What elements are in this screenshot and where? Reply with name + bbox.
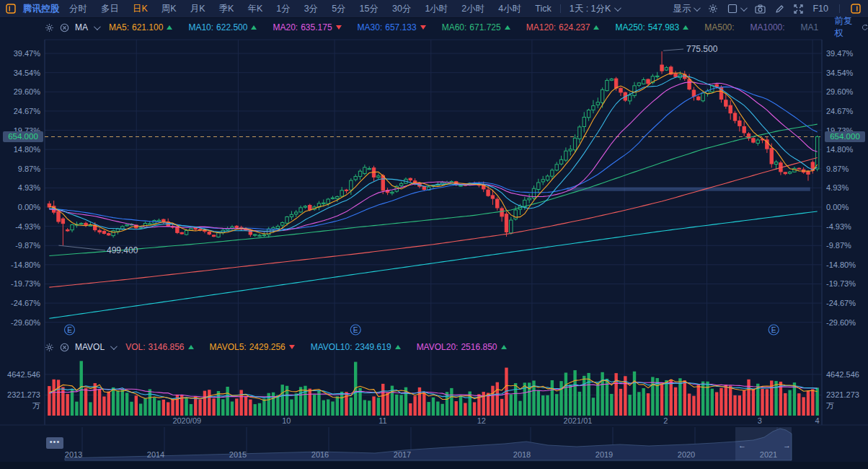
indicator-value: 657.133 xyxy=(385,22,416,32)
navigator-more-button[interactable]: ••• xyxy=(46,437,63,449)
y-axis-label-right: -9.87% xyxy=(826,241,851,250)
vol-axis-label-left: 4642.546 xyxy=(0,370,40,379)
candlestick-chart-canvas[interactable]: EEE xyxy=(0,0,868,469)
up-arrow-icon xyxy=(683,25,688,30)
vol-unit-left: 万 xyxy=(0,401,40,410)
month-label: 2020/09 xyxy=(172,416,201,425)
panel-toggle-icon[interactable] xyxy=(851,4,861,14)
y-axis-label-right: -14.80% xyxy=(826,260,856,269)
down-arrow-icon xyxy=(289,345,295,349)
tab-1分[interactable]: 1分 xyxy=(276,3,290,15)
indicator-ma5[interactable]: MA5:621.100 xyxy=(109,22,172,32)
ma-panel-name[interactable]: MA xyxy=(75,22,88,32)
up-arrow-icon xyxy=(251,25,257,30)
y-axis-label-right: 4.93% xyxy=(826,183,849,192)
navigator-left-handle[interactable]: ← xyxy=(738,441,746,450)
chevron-down-icon[interactable] xyxy=(94,23,101,30)
year-label: 2021 xyxy=(760,450,777,459)
month-label: 4 xyxy=(815,416,819,425)
indicator-ma60[interactable]: MA60:671.725 xyxy=(442,22,510,32)
chevron-down-icon[interactable] xyxy=(110,343,118,350)
vol-panel-name[interactable]: MAVOL xyxy=(75,342,105,352)
vol-axis-label-right: 4642.546 xyxy=(826,370,859,379)
toolbar-right-group: 显示 F10 xyxy=(673,3,868,15)
screenshot-camera-icon[interactable] xyxy=(755,4,766,14)
sidebar-toggle-icon[interactable] xyxy=(6,4,16,14)
toolbar-separator xyxy=(839,4,840,13)
display-dropdown[interactable]: 显示 xyxy=(673,3,699,15)
y-axis-label-left: 34.54% xyxy=(0,69,40,77)
tab-周K[interactable]: 周K xyxy=(161,3,177,15)
chart-type-dropdown[interactable] xyxy=(727,4,745,14)
indicator-close-icon[interactable] xyxy=(60,23,69,32)
indicator-mavol5[interactable]: MAVOL5:2429.256 xyxy=(210,342,295,352)
indicator-settings-gear-icon[interactable] xyxy=(45,343,54,352)
settings-gear-icon[interactable] xyxy=(708,4,718,14)
period-combo-dropdown[interactable]: 1天 : 1分K xyxy=(570,3,620,15)
year-label: 2020 xyxy=(678,450,695,459)
indicator-value: 2349.619 xyxy=(355,342,391,352)
indicator-ma20[interactable]: MA20:635.175 xyxy=(273,22,341,32)
indicator-ma500[interactable]: MA500: xyxy=(704,22,734,32)
chevron-down-icon xyxy=(694,4,701,12)
indicator-vol[interactable]: VOL:3146.856 xyxy=(125,342,193,352)
tab-季K[interactable]: 季K xyxy=(219,3,234,15)
indicator-label: MA1 xyxy=(801,22,819,32)
tab-日K[interactable]: 日K xyxy=(133,3,148,15)
indicator-value: 635.175 xyxy=(301,22,332,32)
y-axis-label-right: -19.73% xyxy=(826,279,856,288)
tab-5分[interactable]: 5分 xyxy=(332,3,345,15)
tab-分时[interactable]: 分时 xyxy=(69,3,87,15)
current-price-badge-left: 654.000 xyxy=(3,131,43,142)
tab-4小时[interactable]: 4小时 xyxy=(498,3,521,15)
year-label: 2018 xyxy=(513,450,531,459)
ma-values: MA5:621.100MA10:622.500MA20:635.175MA30:… xyxy=(109,22,834,32)
high-price-annotation: 775.500 xyxy=(686,44,717,54)
indicator-label: MA1000: xyxy=(750,22,785,32)
fullscreen-expand-icon[interactable] xyxy=(794,4,803,14)
navigator-right-handle[interactable]: → xyxy=(783,441,791,450)
tab-1小时[interactable]: 1小时 xyxy=(425,3,448,15)
indicator-ma120[interactable]: MA120:624.237 xyxy=(526,22,600,32)
indicator-mavol10[interactable]: MAVOL10:2349.619 xyxy=(311,342,401,352)
svg-text:E: E xyxy=(67,326,72,334)
down-arrow-icon xyxy=(336,25,342,30)
y-axis-label-left: -9.87% xyxy=(0,241,40,250)
indicator-close-icon[interactable] xyxy=(60,343,69,352)
indicator-value: 2516.850 xyxy=(461,342,497,352)
indicator-ma1000[interactable]: MA1000: xyxy=(750,22,785,32)
down-arrow-icon xyxy=(420,25,426,30)
indicator-label: MA120: xyxy=(526,22,556,32)
draw-pencil-icon[interactable] xyxy=(775,4,784,14)
indicator-ma1[interactable]: MA1 xyxy=(801,22,819,32)
vol-axis-label-right: 2321.273 xyxy=(826,390,859,399)
tab-30分[interactable]: 30分 xyxy=(392,3,411,15)
tab-年K[interactable]: 年K xyxy=(247,3,262,15)
indicator-value: 2429.256 xyxy=(249,342,285,352)
y-axis-label-left: -24.67% xyxy=(0,299,40,307)
y-axis-label-left: -19.73% xyxy=(0,279,40,288)
tab-3分[interactable]: 3分 xyxy=(304,3,318,15)
vol-axis-label-left: 2321.273 xyxy=(0,390,40,399)
indicator-ma30[interactable]: MA30:657.133 xyxy=(358,22,426,32)
year-label: 2017 xyxy=(394,450,411,459)
symbol-title[interactable]: 腾讯控股 xyxy=(23,3,59,15)
tab-多日[interactable]: 多日 xyxy=(101,3,119,15)
indicator-settings-gear-icon[interactable] xyxy=(45,23,54,32)
indicator-label: MA30: xyxy=(358,22,383,32)
indicator-ma10[interactable]: MA10:622.500 xyxy=(188,22,257,32)
undo-icon[interactable] xyxy=(862,22,868,32)
year-label: 2014 xyxy=(147,450,164,459)
adjust-mode-button[interactable]: 前复权 xyxy=(834,15,853,40)
f10-button[interactable]: F10 xyxy=(812,4,828,14)
indicator-label: VOL: xyxy=(125,342,145,352)
y-axis-label-left: -14.80% xyxy=(0,260,40,269)
y-axis-label-left: -29.60% xyxy=(0,318,40,327)
indicator-ma250[interactable]: MA250:547.983 xyxy=(615,22,688,32)
tab-月K[interactable]: 月K xyxy=(190,3,205,15)
tab-Tick[interactable]: Tick xyxy=(535,4,551,14)
up-arrow-icon xyxy=(167,25,172,30)
tab-2小时[interactable]: 2小时 xyxy=(461,3,484,15)
tab-15分[interactable]: 15分 xyxy=(360,3,378,15)
indicator-mavol20[interactable]: MAVOL20:2516.850 xyxy=(417,342,507,352)
